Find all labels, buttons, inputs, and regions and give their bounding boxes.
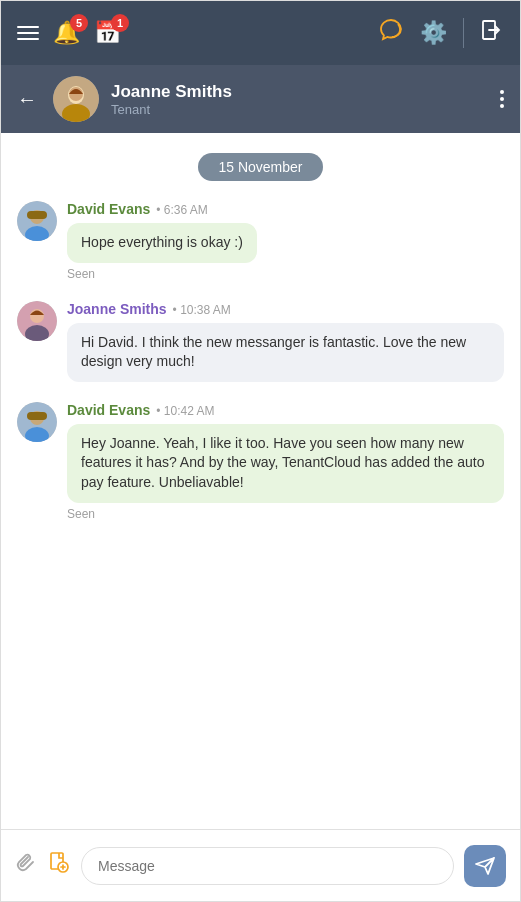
svg-rect-8 (27, 211, 47, 219)
msg-meta-2: Joanne Smiths • 10:38 AM (67, 301, 504, 317)
message-content-2: Joanne Smiths • 10:38 AM Hi David. I thi… (67, 301, 504, 382)
document-button[interactable] (47, 851, 71, 881)
bell-wrapper[interactable]: 🔔 5 (53, 20, 80, 46)
sender-name-1: David Evans (67, 201, 150, 217)
send-button[interactable] (464, 845, 506, 887)
logout-icon[interactable] (480, 18, 504, 48)
input-bar (1, 829, 520, 901)
calendar-wrapper[interactable]: 📅 1 (94, 20, 121, 46)
message-content-3: David Evans • 10:42 AM Hey Joanne. Yeah,… (67, 402, 504, 521)
date-separator: 15 November (17, 153, 504, 181)
message-group-2: Joanne Smiths • 10:38 AM Hi David. I thi… (17, 301, 504, 382)
contact-role: Tenant (111, 102, 488, 117)
hamburger-icon[interactable] (17, 26, 39, 40)
nav-right: ⚙️ (378, 18, 504, 48)
sender-avatar-joanne-2 (17, 301, 57, 341)
message-group-1: David Evans • 6:36 AM Hope everything is… (17, 201, 504, 281)
messages-area: 15 November David Evans • 6:36 AM Hope e… (1, 133, 520, 829)
msg-bubble-2: Hi David. I think the new messanger is f… (67, 323, 504, 382)
msg-seen-3: Seen (67, 507, 504, 521)
sender-avatar-david-3 (17, 402, 57, 442)
message-content-1: David Evans • 6:36 AM Hope everything is… (67, 201, 504, 281)
msg-meta-3: David Evans • 10:42 AM (67, 402, 504, 418)
message-input[interactable] (81, 847, 454, 885)
chat-icon[interactable] (378, 18, 404, 48)
msg-time-2: • 10:38 AM (173, 303, 231, 317)
bell-badge: 5 (70, 14, 88, 32)
top-nav: 🔔 5 📅 1 ⚙️ (1, 1, 520, 65)
back-button[interactable]: ← (17, 88, 37, 111)
svg-rect-15 (27, 412, 47, 420)
nav-left: 🔔 5 📅 1 (17, 20, 121, 46)
contact-name: Joanne Smiths (111, 82, 488, 102)
msg-bubble-3: Hey Joanne. Yeah, I like it too. Have yo… (67, 424, 504, 503)
msg-bubble-1: Hope everything is okay :) (67, 223, 257, 263)
contact-avatar (53, 76, 99, 122)
sender-name-3: David Evans (67, 402, 150, 418)
nav-divider (463, 18, 464, 48)
more-button[interactable] (500, 90, 504, 108)
msg-seen-1: Seen (67, 267, 504, 281)
gear-icon[interactable]: ⚙️ (420, 20, 447, 46)
sender-name-2: Joanne Smiths (67, 301, 167, 317)
msg-meta-1: David Evans • 6:36 AM (67, 201, 504, 217)
sender-avatar-david-1 (17, 201, 57, 241)
msg-time-3: • 10:42 AM (156, 404, 214, 418)
msg-time-1: • 6:36 AM (156, 203, 208, 217)
chat-header: ← Joanne Smiths Tenant (1, 65, 520, 133)
contact-info: Joanne Smiths Tenant (111, 82, 488, 117)
calendar-badge: 1 (111, 14, 129, 32)
message-group-3: David Evans • 10:42 AM Hey Joanne. Yeah,… (17, 402, 504, 521)
date-pill: 15 November (198, 153, 322, 181)
attach-button[interactable] (15, 852, 37, 880)
